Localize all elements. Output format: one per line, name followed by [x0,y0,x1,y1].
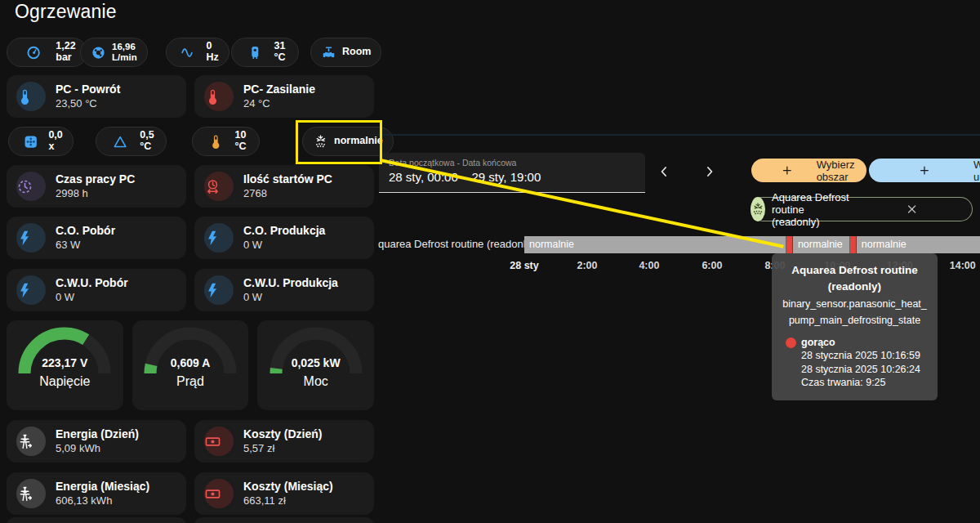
timeline-segment-normalnie[interactable]: normalnie [524,236,786,253]
card-value: 5,57 zł [243,442,322,455]
plus-icon [881,164,968,177]
sensor-card[interactable]: C.W.U. Produkcja0 W [194,269,374,311]
tower-icon [16,427,46,456]
chip-delta-temp[interactable]: 0,5 °C [96,127,167,156]
card-name: PC - Powrót [56,83,120,97]
cash-icon [204,427,234,456]
plus-icon [764,164,811,177]
sensor-card[interactable]: C.O. Produkcja0 W [194,217,374,259]
next-row-card-slivers [7,517,374,523]
flash-icon [204,223,234,253]
chip-temp-10[interactable]: 10 °C [192,127,260,156]
chip-label: 16,96 L/min [112,42,137,62]
sensor-card[interactable]: C.O. Pobór63 W [7,217,186,259]
chip-defrost[interactable]: normalnie [302,127,394,156]
close-icon[interactable] [859,203,964,216]
card-value: 0 W [243,239,325,252]
card-name: PC- Zasilanie [243,83,315,97]
sensor-card[interactable]: Koszty (Dzień)5,57 zł [194,420,374,463]
chip-label: 1,22 bar [56,41,77,64]
card-row-temperatures: PC - Powrót23,50 °CPC- Zasilanie24 °C [7,75,374,118]
card-row-cwu: C.W.U. Pobór0 WC.W.U. Produkcja0 W [7,269,374,311]
chip-room[interactable]: Room [310,38,381,67]
prev-period-button[interactable] [656,157,685,186]
sensor-card[interactable]: Koszty (Miesiąc)663,11 zł [194,472,374,515]
timeline-segment-gorąco[interactable] [850,236,857,253]
flash-icon [16,223,46,253]
valve-icon [321,45,336,60]
tooltip-end: 28 stycznia 2025 10:26:24 [801,363,920,377]
date-range-value: 28 sty, 00:00 – 29 sty, 19:00 [389,170,635,184]
axis-tick: 28 sty [510,260,538,271]
card-name: C.O. Produkcja [243,224,325,239]
card-value: 5,09 kWh [56,442,139,455]
chevron-left-icon [656,163,685,180]
sensor-card[interactable]: Czas pracy PC2998 h [7,165,186,208]
flash-icon [16,275,46,305]
timeline-segment-normalnie[interactable]: normalnie [793,236,850,253]
tower-icon [16,479,46,508]
select-area-button[interactable]: Wybierz obszar [751,159,866,182]
chip-pressure[interactable]: 1,22 bar [7,38,87,67]
sensor-card[interactable]: Ilość startów PC2768 [194,165,374,208]
entity-chip-label: Aquarea Defrost routine (readonly) [772,191,853,228]
gauge-row: 223,17 VNapięcie0,609 APrąd0,025 kWMoc [7,320,374,410]
timeline-row-label: quarea Defrost routine (readonly) [378,238,535,250]
sensor-card[interactable]: Energia (Dzień)5,09 kWh [7,420,186,463]
card-name: Koszty (Dzień) [243,427,322,442]
boiler-icon [242,45,269,60]
gauge-napięcie[interactable]: 223,17 VNapięcie [7,320,123,410]
page-title: Ogrzewanie [15,1,117,23]
sensor-card[interactable]: PC- Zasilanie24 °C [194,75,374,118]
card-row-counters: Czas pracy PC2998 hIlość startów PC2768 [7,165,374,208]
card-value: 0 W [56,291,128,304]
tooltip-entity-id: binary_sensor.panasonic_heat_pump_main_d… [780,297,929,329]
card-name: Energia (Dzień) [56,427,139,442]
timeline-tooltip: Aquarea Defrost routine (readonly) binar… [772,253,938,400]
chip-frequency[interactable]: 0 Hz [166,38,229,67]
chip-fan-speed[interactable]: 0,0 x [8,127,74,156]
gauge-moc[interactable]: 0,025 kWMoc [257,320,374,410]
card-value: 24 °C [243,97,315,110]
tooltip-title: Aquarea Defrost routine (readonly) [780,262,929,294]
select-area-label: Wybierz obszar [817,159,855,183]
chip-label: normalnie [334,136,383,147]
sensor-card[interactable]: C.W.U. Pobór0 W [7,269,186,311]
tooltip-start: 28 stycznia 2025 10:16:59 [801,349,920,363]
select-device-button[interactable]: Wybierz urządzenie [869,159,980,182]
tooltip-state: gorąco [801,336,920,350]
fanbox-icon [19,134,42,150]
next-period-button[interactable] [702,157,731,186]
date-range-field[interactable]: Data początkowa - Data końcowa 28 sty, 0… [379,153,645,193]
sensor-card[interactable]: Energia (Miesiąc)606,13 kWh [7,472,186,515]
heating-dashboard: Ogrzewanie 1,22 bar16,96 L/min0 Hz31 °CR… [0,0,980,523]
gauge-value: 0,609 A [132,356,249,369]
sine-icon [176,45,200,60]
state-dot [786,337,796,348]
entity-filter-chip[interactable]: Aquarea Defrost routine (readonly) [751,197,973,221]
card-value: 23,50 °C [56,97,120,110]
sensor-card[interactable]: PC - Powrót23,50 °C [7,75,186,118]
cash-icon [204,479,234,508]
timeline-segment-gorąco[interactable] [786,236,793,253]
card-row-co: C.O. Pobór63 WC.O. Produkcja0 W [7,217,374,259]
pump-icon [91,45,106,60]
card-name: Ilość startów PC [243,172,332,187]
chip-boiler[interactable]: 31 °C [231,38,299,67]
axis-tick: 14:00 [950,260,976,271]
timeline-segment-normalnie[interactable]: normalnie [857,236,980,253]
axis-tick: 6:00 [702,260,722,271]
thermometer-icon [16,82,46,111]
card-value: 2998 h [56,187,135,200]
gauge-value: 0,025 kW [257,356,374,369]
clockhist-icon [16,172,46,201]
chip-flow[interactable]: 16,96 L/min [80,38,148,67]
axis-tick: 2:00 [577,260,597,271]
state-timeline-bar: normalnienormalnienormalnie [524,236,980,253]
select-device-label: Wybierz urządzenie [973,159,980,183]
gauge-prąd[interactable]: 0,609 APrąd [132,320,249,410]
chip-label: 0,5 °C [140,130,156,153]
snowflake-icon [313,134,328,150]
card-value: 663,11 zł [243,494,333,507]
gauge-label: Moc [257,374,374,389]
